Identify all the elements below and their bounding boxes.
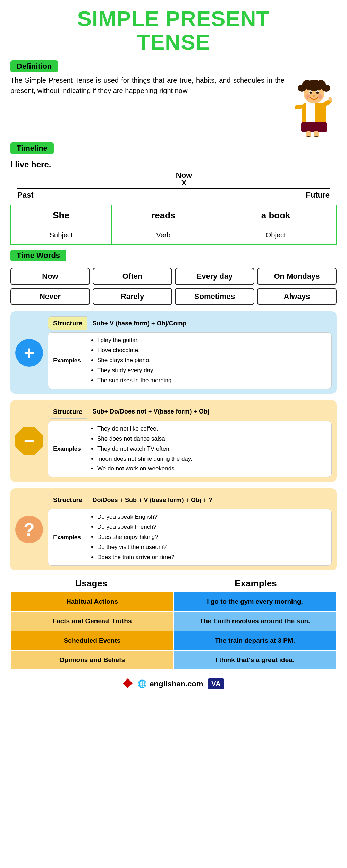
svg-point-4 (298, 85, 306, 92)
svg-point-3 (304, 80, 324, 91)
question-example-0: Do you speak English? (97, 512, 327, 522)
page: SIMPLE PRESENT TENSE Definition The Simp… (0, 0, 347, 868)
negative-content: Structure Sub+ Do/Does not + V(base form… (48, 405, 332, 477)
svg-point-10 (306, 94, 310, 99)
time-word-0: Now (10, 268, 90, 285)
timeline-section: Timeline I live here. Now X Past Future (10, 142, 337, 200)
negative-card: − Structure Sub+ Do/Does not + V(base fo… (10, 400, 337, 482)
positive-example-2: She plays the piano. (97, 356, 327, 366)
title-line2: TENSE (137, 30, 210, 54)
positive-content: Structure Sub+ V (base form) + Obj/Comp … (48, 316, 332, 389)
question-examples-list: Do you speak English? Do you speak Frenc… (86, 509, 332, 565)
definition-text: The Simple Present Tense is used for thi… (10, 75, 285, 96)
positive-examples-list: I play the guitar. I love chocolate. She… (86, 332, 332, 389)
positive-example-1: I love chocolate. (97, 345, 327, 356)
svg-point-7 (310, 92, 312, 94)
site-name: englishan.com (150, 679, 203, 688)
question-content: Structure Do/Does + Sub + V (base form) … (48, 493, 332, 565)
negative-example-1: She does not dance salsa. (97, 434, 327, 444)
question-example-2: Does she enjoy hiking? (97, 532, 327, 542)
definition-label: Definition (10, 60, 58, 72)
question-example-3: Do they visit the museum? (97, 542, 327, 552)
usage-row-0: Habitual Actions I go to the gym every m… (11, 592, 336, 611)
svg-rect-20 (294, 104, 303, 110)
positive-examples-label: Examples (48, 332, 86, 389)
usage-example-3: I think that's a great idea. (174, 650, 336, 670)
positive-example-0: I play the guitar. (97, 335, 327, 345)
time-word-6: Sometimes (175, 288, 254, 305)
timeline-label: Timeline (10, 142, 54, 154)
question-example-1: Do you speak French? (97, 522, 327, 532)
negative-examples-list: They do not like coffee. She does not da… (86, 421, 332, 477)
positive-structure-label: Structure (48, 316, 87, 330)
verb-word: reads (111, 205, 215, 226)
negative-formula: Sub+ Do/Does not + V(base form) + Obj (87, 405, 214, 418)
verb-label: Verb (111, 226, 215, 244)
negative-example-3: moon does not shine during the day. (97, 454, 327, 464)
time-word-4: Never (10, 288, 90, 305)
timeline-bar: Now X Past Future (17, 171, 330, 200)
negative-example-2: They do not watch TV often. (97, 444, 327, 454)
positive-card: + Structure Sub+ V (base form) + Obj/Com… (10, 311, 337, 393)
sentence-table: She reads a book Subject Verb Object (10, 205, 337, 245)
globe-icon: 🌐 (137, 679, 147, 688)
usage-example-1: The Earth revolves around the sun. (174, 611, 336, 631)
positive-icon: + (15, 339, 43, 367)
positive-examples-row: Examples I play the guitar. I love choco… (48, 332, 332, 389)
question-examples-row: Examples Do you speak English? Do you sp… (48, 509, 332, 565)
timeline-future: Future (306, 191, 330, 200)
label-row: Subject Verb Object (11, 226, 336, 244)
timeline-ends: Past Future (17, 191, 330, 200)
negative-structure-label: Structure (48, 405, 87, 419)
time-word-2: Every day (175, 268, 254, 285)
question-example-4: Does the train arrive on time? (97, 552, 327, 562)
sentence-row: She reads a book (11, 205, 336, 226)
object-label: Object (215, 226, 336, 244)
negative-example-4: We do not work on weekends. (97, 464, 327, 474)
timeline-x: X (28, 178, 340, 187)
negative-examples-row: Examples They do not like coffee. She do… (48, 421, 332, 477)
timeline-past: Past (17, 191, 33, 200)
positive-example-4: The sun rises in the morning. (97, 376, 327, 386)
subject-label: Subject (11, 226, 111, 244)
usages-header: Usages Examples (10, 578, 337, 592)
svg-point-11 (318, 94, 322, 99)
subject-word: She (11, 205, 111, 226)
svg-point-12 (313, 95, 315, 97)
footer-logo: 🌐 englishan.com (137, 679, 203, 688)
usage-label-0: Habitual Actions (11, 592, 174, 611)
timeline-line (17, 188, 330, 189)
svg-point-9 (316, 92, 319, 94)
svg-point-5 (322, 85, 330, 92)
definition-row: The Simple Present Tense is used for thi… (10, 75, 337, 137)
question-card: ? Structure Do/Does + Sub + V (base form… (10, 488, 337, 570)
svg-rect-15 (301, 122, 327, 132)
usage-label-1: Facts and General Truths (11, 611, 174, 631)
diamond-red-icon (123, 678, 133, 690)
examples-col-header: Examples (175, 578, 337, 592)
structure-sections: + Structure Sub+ V (base form) + Obj/Com… (10, 311, 337, 570)
usage-row-2: Scheduled Events The train departs at 3 … (11, 631, 336, 650)
positive-structure-row: Structure Sub+ V (base form) + Obj/Comp (48, 316, 332, 330)
usage-label-2: Scheduled Events (11, 631, 174, 650)
usages-table: Habitual Actions I go to the gym every m… (10, 592, 337, 670)
definition-section: Definition The Simple Present Tense is u… (10, 60, 337, 137)
main-title: SIMPLE PRESENT TENSE (10, 7, 337, 54)
girl-illustration (288, 75, 337, 137)
va-logo: VA (208, 678, 224, 689)
time-words-label: Time Words (10, 250, 66, 261)
time-words-grid: Now Often Every day On Mondays Never Rar… (10, 268, 337, 305)
question-structure-label: Structure (48, 493, 87, 507)
footer: 🌐 englishan.com VA (10, 678, 337, 693)
usage-example-0: I go to the gym every morning. (174, 592, 336, 611)
question-examples-label: Examples (48, 509, 86, 565)
positive-formula: Sub+ V (base form) + Obj/Comp (87, 317, 191, 330)
negative-icon: − (15, 427, 43, 455)
usage-label-3: Opinions and Beliefs (11, 650, 174, 670)
svg-marker-23 (123, 678, 133, 688)
time-word-5: Rarely (93, 288, 172, 305)
question-icon: ? (15, 516, 43, 543)
time-word-7: Always (257, 288, 337, 305)
usage-row-3: Opinions and Beliefs I think that's a gr… (11, 650, 336, 670)
usage-example-2: The train departs at 3 PM. (174, 631, 336, 650)
